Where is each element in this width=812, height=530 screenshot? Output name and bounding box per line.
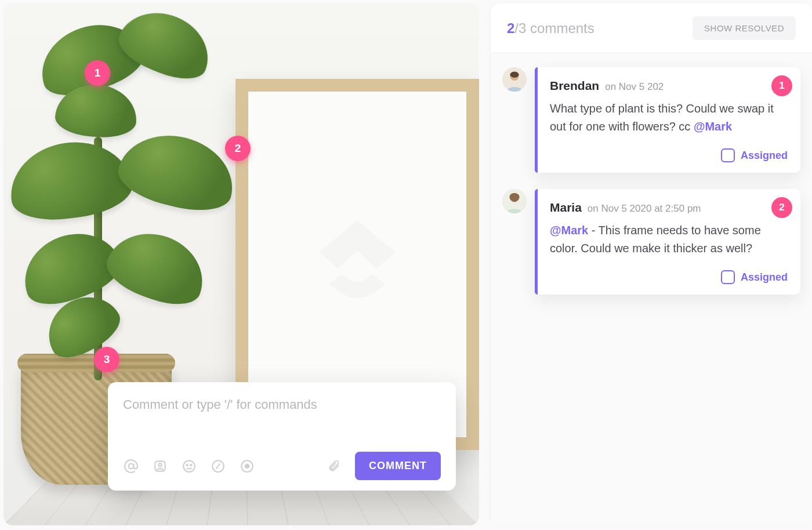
image-pin-2[interactable]: 2 bbox=[225, 136, 251, 161]
comment-input[interactable] bbox=[123, 397, 441, 449]
assigned-checkbox[interactable] bbox=[721, 270, 735, 284]
comment-item: 2 Maria on Nov 5 2020 at 2:50 pm @Mark -… bbox=[502, 189, 800, 295]
assigned-checkbox[interactable] bbox=[721, 148, 735, 162]
mention[interactable]: @Mark bbox=[694, 120, 732, 133]
comment-card[interactable]: 1 Brendan on Nov 5 202 What type of plan… bbox=[535, 67, 800, 173]
mention-icon[interactable] bbox=[123, 458, 139, 474]
slash-command-icon[interactable] bbox=[210, 458, 226, 474]
comment-author: Maria bbox=[550, 201, 582, 215]
assigned-label: Assigned bbox=[741, 271, 788, 284]
avatar[interactable] bbox=[502, 67, 527, 92]
svg-point-2 bbox=[158, 463, 161, 466]
assign-icon[interactable] bbox=[152, 458, 168, 474]
comments-counter: 2/3 comments bbox=[507, 20, 594, 37]
svg-point-3 bbox=[183, 460, 195, 472]
proof-image-panel[interactable]: 1 2 3 COMMENT bbox=[3, 3, 479, 525]
comment-date: on Nov 5 202 bbox=[605, 81, 664, 93]
watermark-logo-icon bbox=[248, 208, 466, 335]
svg-point-8 bbox=[245, 464, 249, 468]
svg-point-0 bbox=[129, 463, 134, 469]
comments-panel: 2/3 comments SHOW RESOLVED 1 Brendan on … bbox=[491, 3, 812, 525]
avatar[interactable] bbox=[502, 189, 527, 213]
image-pin-1[interactable]: 1 bbox=[85, 60, 110, 86]
comment-composer: COMMENT bbox=[108, 382, 456, 491]
comment-body: What type of plant is this? Could we swa… bbox=[550, 100, 788, 136]
svg-point-5 bbox=[190, 464, 191, 465]
comments-header: 2/3 comments SHOW RESOLVED bbox=[491, 3, 812, 53]
record-icon[interactable] bbox=[239, 458, 255, 474]
comment-date: on Nov 5 2020 at 2:50 pm bbox=[588, 203, 701, 215]
comment-pin-badge: 1 bbox=[771, 75, 792, 96]
comment-pin-badge: 2 bbox=[771, 197, 792, 218]
submit-comment-button[interactable]: COMMENT bbox=[355, 452, 441, 480]
comments-list: 1 Brendan on Nov 5 202 What type of plan… bbox=[491, 53, 812, 525]
comment-author: Brendan bbox=[550, 79, 599, 93]
show-resolved-button[interactable]: SHOW RESOLVED bbox=[693, 16, 796, 40]
mention[interactable]: @Mark bbox=[550, 224, 588, 237]
comment-item: 1 Brendan on Nov 5 202 What type of plan… bbox=[502, 67, 800, 173]
emoji-icon[interactable] bbox=[181, 458, 197, 474]
comment-card[interactable]: 2 Maria on Nov 5 2020 at 2:50 pm @Mark -… bbox=[535, 189, 800, 295]
svg-point-4 bbox=[187, 464, 188, 465]
attachment-icon[interactable] bbox=[326, 458, 342, 474]
assigned-label: Assigned bbox=[741, 150, 788, 162]
comment-body: @Mark - This frame needs to have some co… bbox=[550, 222, 788, 257]
image-pin-3[interactable]: 3 bbox=[94, 347, 119, 372]
